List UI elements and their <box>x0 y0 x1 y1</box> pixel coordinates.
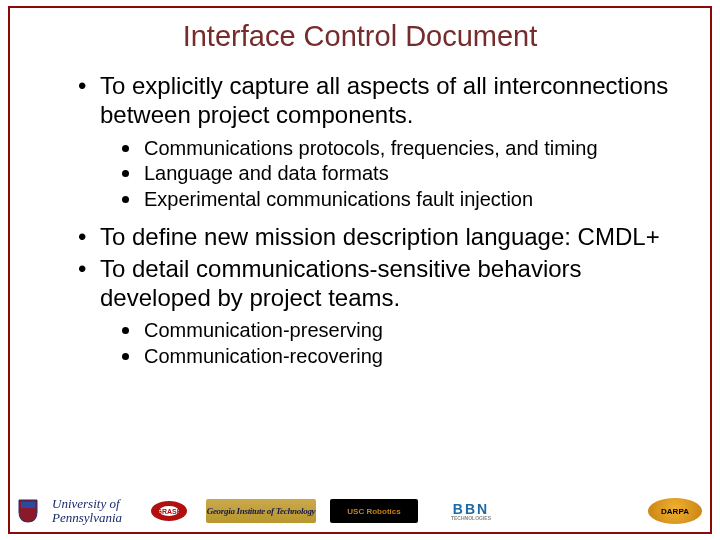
bullet-list-2: To define new mission description langua… <box>38 222 682 312</box>
penn-line-2: Pennsylvania <box>52 511 132 525</box>
sub-bullet-1-3: Experimental communications fault inject… <box>122 187 682 213</box>
gatech-logo: Georgia Institute of Technology <box>206 499 316 523</box>
footer-logos: University of Pennsylvania GRASP Georgia… <box>8 490 712 534</box>
bbn-logo: BBN TECHNOLOGIES <box>432 499 510 523</box>
bullet-3: To detail communications-sensitive behav… <box>78 254 682 313</box>
bullet-list-1: To explicitly capture all aspects of all… <box>38 71 682 130</box>
slide-content: To explicitly capture all aspects of all… <box>10 71 710 369</box>
sub-bullet-1-1: Communications protocols, frequencies, a… <box>122 136 682 162</box>
usc-robotics-logo: USC Robotics <box>330 499 418 523</box>
bbn-top: BBN <box>453 502 489 516</box>
sub-list-2: Communication-preserving Communication-r… <box>38 318 682 369</box>
sub-bullet-3-2: Communication-recovering <box>122 344 682 370</box>
gatech-label: Georgia Institute of Technology <box>207 506 316 516</box>
bullet-2: To define new mission description langua… <box>78 222 682 251</box>
grasp-logo: GRASP <box>146 499 192 523</box>
darpa-logo: DARPA <box>648 498 702 524</box>
usc-label: USC Robotics <box>347 507 400 516</box>
slide-title: Interface Control Document <box>10 20 710 53</box>
sub-bullet-3-1: Communication-preserving <box>122 318 682 344</box>
darpa-label: DARPA <box>661 507 689 516</box>
penn-shield-icon <box>18 499 38 523</box>
slide-frame: Interface Control Document To explicitly… <box>8 6 712 534</box>
penn-line-1: University of <box>52 497 132 511</box>
sub-bullet-1-2: Language and data formats <box>122 161 682 187</box>
penn-label: University of Pennsylvania <box>52 497 132 524</box>
bullet-1: To explicitly capture all aspects of all… <box>78 71 682 130</box>
bbn-bot: TECHNOLOGIES <box>451 516 491 521</box>
sub-list-1: Communications protocols, frequencies, a… <box>38 136 682 213</box>
grasp-icon: GRASP <box>146 499 192 523</box>
svg-text:GRASP: GRASP <box>157 508 182 515</box>
svg-rect-0 <box>21 502 35 508</box>
